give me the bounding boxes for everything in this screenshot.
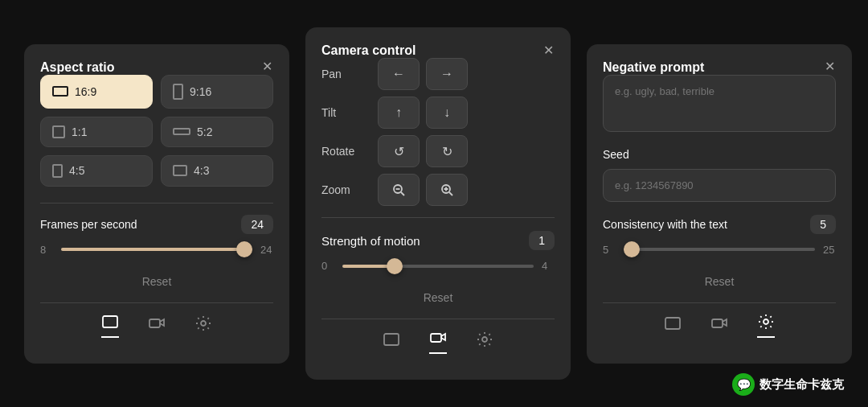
fps-min: 8 (40, 244, 53, 256)
fps-label: Frames per second (40, 218, 137, 231)
aspect-ratio-5-2-button[interactable]: 5:2 (161, 117, 273, 147)
settings-nav-icon-3[interactable] (757, 313, 775, 338)
video-camera-nav-icon-2[interactable] (429, 329, 447, 354)
landscape-slight-icon (173, 165, 187, 176)
video-camera-nav-icon-3[interactable] (710, 314, 728, 336)
divider-1 (40, 203, 273, 204)
zoom-row: Zoom (321, 174, 555, 206)
aspect-ratio-nav-icon-3[interactable] (664, 314, 682, 336)
aspect-ratio-reset-button[interactable]: Reset (40, 267, 273, 296)
consistency-value: 5 (810, 215, 836, 234)
rotate-label: Rotate (321, 145, 378, 158)
fps-max: 24 (260, 244, 273, 256)
negative-prompt-close-button[interactable]: ✕ (820, 57, 839, 76)
strength-of-motion-value: 1 (529, 231, 555, 250)
strength-of-motion-slider[interactable] (342, 265, 534, 268)
seed-label: Seed (603, 148, 836, 161)
aspect-ratio-bottom-nav (40, 302, 273, 347)
som-min: 0 (321, 260, 334, 272)
camera-control-panel: Camera control ✕ Pan ← → Tilt ↑ ↓ Rotate… (305, 27, 571, 380)
rotate-cw-button[interactable]: ↻ (426, 135, 468, 167)
tilt-label: Tilt (321, 106, 378, 119)
tilt-down-button[interactable]: ↓ (426, 97, 468, 129)
negative-prompt-title: Negative prompt (603, 60, 704, 74)
pan-row: Pan ← → (321, 58, 555, 90)
tilt-up-button[interactable]: ↑ (378, 97, 420, 129)
pan-left-button[interactable]: ← (378, 58, 420, 90)
camera-control-title: Camera control (321, 43, 416, 57)
rotate-row: Rotate ↺ ↻ (321, 135, 555, 167)
svg-rect-8 (665, 318, 680, 329)
negative-prompt-reset-button[interactable]: Reset (603, 267, 836, 296)
zoom-out-button[interactable] (378, 174, 420, 206)
watermark-text: 数字生命卡兹克 (760, 377, 844, 393)
aspect-ratio-nav-icon-2[interactable] (383, 331, 400, 352)
square-icon (52, 125, 65, 138)
portrait-icon (173, 84, 183, 100)
seed-input[interactable] (603, 169, 836, 202)
svg-point-7 (482, 337, 487, 342)
negative-prompt-input[interactable] (603, 75, 836, 132)
portrait-slight-icon (52, 164, 63, 178)
aspect-ratio-title: Aspect ratio (40, 60, 114, 74)
svg-rect-0 (103, 316, 117, 327)
settings-nav-icon-2[interactable] (476, 331, 493, 352)
aspect-ratio-9-16-button[interactable]: 9:16 (161, 75, 273, 109)
fps-value: 24 (241, 215, 273, 234)
wechat-icon: 💬 (732, 373, 755, 396)
fps-header: Frames per second 24 (40, 215, 273, 234)
svg-point-10 (764, 319, 768, 324)
svg-rect-5 (384, 334, 399, 345)
consistency-max: 25 (823, 244, 836, 256)
tilt-row: Tilt ↑ ↓ (321, 97, 555, 129)
rotate-ccw-button[interactable]: ↺ (378, 135, 420, 167)
som-max: 4 (542, 260, 555, 272)
aspect-ratio-close-button[interactable]: ✕ (257, 57, 276, 76)
strength-of-motion-label: Strength of motion (321, 234, 420, 248)
svg-rect-9 (712, 319, 723, 327)
negative-prompt-bottom-nav (603, 302, 836, 347)
consistency-slider-row: 5 25 (603, 244, 836, 256)
watermark: 💬 数字生命卡兹克 (732, 373, 844, 396)
pan-label: Pan (321, 68, 378, 80)
svg-rect-1 (149, 319, 160, 327)
divider-2 (321, 217, 555, 218)
negative-prompt-panel: Negative prompt ✕ Seed Consistency with … (587, 44, 852, 364)
settings-nav-icon[interactable] (194, 314, 212, 336)
consistency-min: 5 (603, 244, 616, 256)
aspect-ratio-4-3-button[interactable]: 4:3 (161, 155, 273, 187)
zoom-label: Zoom (321, 183, 378, 196)
camera-control-reset-button[interactable]: Reset (321, 283, 555, 312)
svg-point-2 (201, 321, 206, 326)
pan-right-button[interactable]: → (426, 58, 468, 90)
consistency-label: Consistency with the text (603, 218, 727, 231)
aspect-ratio-1-1-button[interactable]: 1:1 (40, 117, 153, 147)
fps-slider-row: 8 24 (40, 244, 273, 256)
camera-control-close-button[interactable]: ✕ (538, 40, 558, 60)
aspect-ratio-nav-icon[interactable] (101, 313, 119, 338)
aspect-ratio-panel: Aspect ratio ✕ 16:9 9:16 1:1 5:2 (24, 44, 289, 364)
video-camera-nav-icon[interactable] (148, 314, 166, 336)
landscape-wide-icon (52, 86, 68, 97)
aspect-ratio-4-5-button[interactable]: 4:5 (40, 155, 153, 187)
main-container: Aspect ratio ✕ 16:9 9:16 1:1 5:2 (0, 0, 868, 407)
ultrawide-icon (173, 128, 190, 135)
strength-of-motion-header: Strength of motion 1 (321, 231, 555, 250)
som-slider-row: 0 4 (321, 260, 555, 272)
zoom-in-button[interactable] (426, 174, 468, 206)
consistency-slider[interactable] (624, 248, 815, 251)
consistency-header: Consistency with the text 5 (603, 215, 836, 234)
svg-rect-6 (431, 334, 441, 342)
aspect-ratio-grid: 16:9 9:16 1:1 5:2 4:5 (40, 75, 273, 187)
aspect-ratio-16-9-button[interactable]: 16:9 (40, 75, 153, 109)
fps-slider[interactable] (61, 248, 252, 251)
camera-control-bottom-nav (321, 319, 555, 364)
